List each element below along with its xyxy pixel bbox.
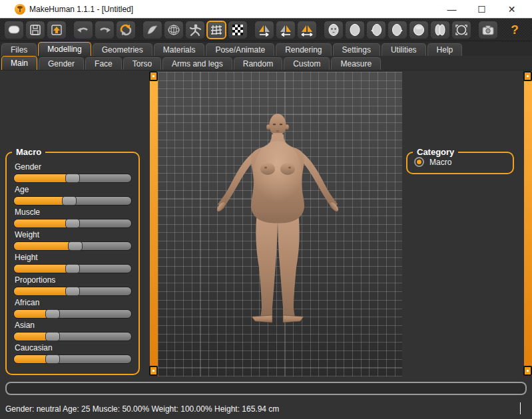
subtab-random[interactable]: Random bbox=[234, 57, 282, 70]
category-panel: Category Macro bbox=[406, 152, 514, 174]
progress-bar bbox=[5, 382, 527, 395]
slider-track[interactable] bbox=[13, 287, 132, 296]
right-splitter-bar[interactable] bbox=[524, 71, 532, 376]
subtab-gender[interactable]: Gender bbox=[39, 57, 84, 70]
help-button[interactable]: ? bbox=[505, 21, 525, 39]
tab-rendering[interactable]: Rendering bbox=[276, 43, 331, 56]
toolbar-group bbox=[142, 21, 248, 39]
mirror-both-button[interactable] bbox=[297, 21, 317, 39]
slider-handle[interactable] bbox=[45, 332, 60, 341]
slider-asian: Asian bbox=[13, 321, 132, 341]
makehuman-window: MakeHuman 1.1.1 - [Untitled] — ☐ ✕ ? Fil… bbox=[0, 0, 532, 419]
global-camera-button[interactable] bbox=[451, 21, 471, 39]
reset-button[interactable] bbox=[116, 21, 136, 39]
tab-files[interactable]: Files bbox=[1, 43, 37, 56]
slider-label: Height bbox=[15, 253, 132, 262]
slider-track[interactable] bbox=[13, 219, 132, 228]
splitter-grip-icon[interactable] bbox=[523, 71, 532, 81]
sub-tab-bar: MainGenderFaceTorsoArms and legsRandomCu… bbox=[0, 56, 532, 70]
maximize-button[interactable]: ☐ bbox=[467, 1, 497, 18]
subtab-custom[interactable]: Custom bbox=[284, 57, 330, 70]
viewport-3d[interactable] bbox=[158, 72, 402, 376]
undo-button[interactable] bbox=[73, 21, 93, 39]
tab-materials[interactable]: Materials bbox=[154, 43, 205, 56]
close-button[interactable]: ✕ bbox=[497, 1, 527, 18]
toolbar: ? bbox=[0, 19, 532, 41]
stereo-view-button[interactable] bbox=[430, 21, 450, 39]
radio-label: Macro bbox=[429, 158, 451, 167]
load-file-button[interactable] bbox=[47, 21, 67, 39]
right-view-button[interactable] bbox=[388, 21, 407, 39]
slider-track[interactable] bbox=[13, 241, 132, 251]
save-file-icon bbox=[28, 23, 43, 37]
svg-text:?: ? bbox=[511, 23, 519, 37]
splitter-grip-icon[interactable] bbox=[149, 366, 158, 376]
slider-fill bbox=[14, 242, 75, 250]
slider-handle[interactable] bbox=[45, 309, 60, 319]
front-view-button[interactable] bbox=[324, 21, 344, 39]
slider-handle[interactable] bbox=[65, 264, 80, 273]
redo-button[interactable] bbox=[95, 21, 115, 39]
slider-handle[interactable] bbox=[65, 174, 80, 183]
subtab-face[interactable]: Face bbox=[85, 57, 122, 70]
slider-label: African bbox=[15, 298, 132, 307]
slider-track[interactable] bbox=[13, 264, 132, 273]
category-panel-title: Category bbox=[413, 147, 458, 157]
tab-modelling[interactable]: Modelling bbox=[38, 42, 91, 56]
pose-button[interactable] bbox=[185, 21, 205, 39]
category-option-macro[interactable]: Macro bbox=[414, 157, 506, 167]
tab-help[interactable]: Help bbox=[427, 43, 463, 56]
splitter-grip-icon[interactable] bbox=[149, 71, 158, 81]
left-splitter-bar[interactable] bbox=[150, 71, 158, 376]
slider-age: Age bbox=[13, 185, 132, 206]
mirror-left-button[interactable] bbox=[276, 21, 296, 39]
subtab-main[interactable]: Main bbox=[1, 56, 37, 70]
reset-icon bbox=[119, 23, 133, 37]
grab-screenshot-button[interactable] bbox=[478, 21, 498, 39]
slider-track[interactable] bbox=[13, 196, 132, 206]
radio-button-icon[interactable] bbox=[414, 157, 424, 167]
top-view-icon bbox=[411, 23, 426, 37]
subtab-measure[interactable]: Measure bbox=[331, 57, 381, 70]
subtab-arms-and-legs[interactable]: Arms and legs bbox=[162, 57, 232, 70]
minimize-button[interactable]: — bbox=[437, 1, 467, 18]
smooth-button[interactable] bbox=[142, 21, 162, 39]
toolbar-group bbox=[478, 21, 498, 39]
slider-muscle: Muscle bbox=[13, 208, 132, 228]
human-model[interactable] bbox=[214, 113, 341, 333]
splitter-grip-icon[interactable] bbox=[523, 366, 532, 376]
slider-list: GenderAgeMuscleWeightHeightProportionsAf… bbox=[13, 162, 132, 364]
tab-pose-animate[interactable]: Pose/Animate bbox=[206, 43, 274, 56]
background-checker-button[interactable] bbox=[228, 21, 248, 39]
left-view-button[interactable] bbox=[366, 21, 386, 39]
tab-utilities[interactable]: Utilities bbox=[382, 43, 426, 56]
slider-track[interactable] bbox=[13, 332, 132, 341]
title-bar: MakeHuman 1.1.1 - [Untitled] — ☐ ✕ bbox=[0, 0, 532, 19]
slider-handle[interactable] bbox=[68, 241, 83, 251]
background-checker-icon bbox=[230, 23, 245, 37]
slider-handle[interactable] bbox=[62, 196, 77, 206]
menu-tab-bar: FilesModellingGeometriesMaterialsPose/An… bbox=[0, 41, 532, 56]
tab-geometries[interactable]: Geometries bbox=[93, 43, 152, 56]
slider-label: Asian bbox=[15, 321, 132, 330]
mirror-both-icon bbox=[300, 23, 314, 37]
save-file-button[interactable] bbox=[25, 21, 45, 39]
slider-label: Gender bbox=[15, 162, 132, 172]
wireframe-button[interactable] bbox=[164, 21, 184, 39]
back-view-button[interactable] bbox=[345, 21, 365, 39]
grid-button[interactable] bbox=[206, 21, 226, 39]
new-file-button[interactable] bbox=[4, 21, 24, 39]
wireframe-icon bbox=[166, 23, 181, 37]
subtab-torso[interactable]: Torso bbox=[123, 57, 161, 70]
front-view-icon bbox=[326, 23, 341, 37]
slider-track[interactable] bbox=[13, 174, 132, 183]
mirror-right-button[interactable] bbox=[254, 21, 274, 39]
top-view-button[interactable] bbox=[409, 21, 429, 39]
slider-track[interactable] bbox=[13, 354, 132, 364]
slider-track[interactable] bbox=[13, 309, 132, 319]
tab-settings[interactable]: Settings bbox=[333, 43, 380, 56]
slider-handle[interactable] bbox=[45, 354, 60, 364]
slider-label: Age bbox=[15, 185, 132, 194]
slider-handle[interactable] bbox=[65, 287, 80, 296]
slider-handle[interactable] bbox=[65, 219, 80, 228]
